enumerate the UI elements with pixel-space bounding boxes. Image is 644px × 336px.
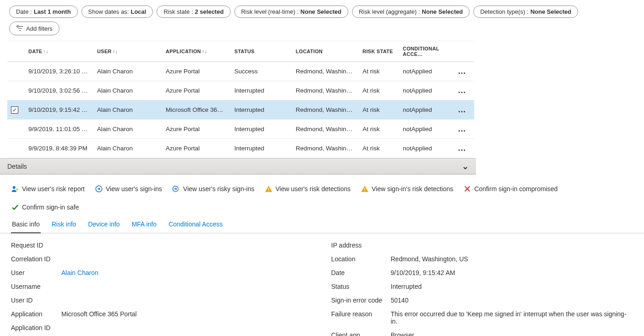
svg-rect-5 [268, 191, 269, 192]
row-more-button[interactable]: … [458, 143, 466, 153]
table-row[interactable]: ✓9/10/2019, 9:15:42 A…Alain CharonMicros… [7, 100, 474, 120]
risky-signin-icon [172, 185, 180, 193]
cell-location: Redmond, Washing… [292, 120, 359, 139]
detail-panel: Request ID Correlation ID UserAlain Char… [0, 233, 644, 336]
cell-location: Redmond, Washing… [292, 139, 359, 158]
cell-date: 9/9/2019, 11:01:05 PM [25, 120, 93, 139]
col-conditional-access[interactable]: Conditional Acce… [399, 41, 454, 62]
view-user-risk-detections-link[interactable]: View user's risk detections [265, 185, 351, 193]
warning-icon [361, 185, 369, 193]
cell-location: Redmond, Washing… [292, 62, 359, 81]
value-error-code: 50140 [391, 297, 409, 304]
row-checkbox[interactable]: ✓ [11, 106, 18, 114]
label-application-id: Application ID [11, 324, 61, 331]
cell-date: 9/10/2019, 3:02:56 P… [25, 81, 93, 100]
cell-risk: At risk [359, 81, 399, 100]
sort-icon: ↑↓ [113, 49, 118, 54]
table-row[interactable]: 9/10/2019, 3:02:56 P…Alain CharonAzure P… [7, 81, 474, 100]
label-location: Location [331, 255, 391, 263]
filter-plus-icon [16, 24, 24, 33]
detail-col-left: Request ID Correlation ID UserAlain Char… [11, 242, 313, 336]
col-user[interactable]: User↑↓ [93, 41, 162, 62]
value-status: Interrupted [391, 283, 422, 290]
value-client-app: Browser [391, 331, 414, 336]
filter-detection-type[interactable]: Detection type(s) : None Selected [473, 6, 578, 18]
label-request-id: Request ID [11, 242, 61, 249]
filter-show-dates[interactable]: Show dates as: Local [81, 6, 153, 18]
filter-risk-state[interactable]: Risk state : 2 selected [157, 6, 230, 18]
label-correlation-id: Correlation ID [11, 255, 61, 263]
tab-risk-info[interactable]: Risk info [51, 218, 77, 233]
cell-app: Azure Portal [162, 139, 231, 158]
filter-label: Detection type(s) : [480, 8, 529, 15]
sort-icon: ↑↓ [43, 49, 49, 54]
col-application[interactable]: Application↑↓ [162, 41, 231, 62]
filter-risk-aggregate[interactable]: Risk level (aggregate) : None Selected [352, 6, 470, 18]
cell-risk: At risk [359, 100, 399, 120]
label-application: Application [11, 310, 61, 318]
table-row[interactable]: 9/10/2019, 3:26:10 PMAlain CharonAzure P… [7, 62, 474, 81]
col-date[interactable]: Date↑↓ [25, 41, 93, 62]
tab-conditional-access[interactable]: Conditional Access [168, 218, 223, 233]
row-more-button[interactable]: … [458, 66, 466, 76]
filter-date[interactable]: Date : Last 1 month [9, 6, 78, 18]
label-date: Date [331, 269, 391, 276]
details-header-bar[interactable]: Details ⌄ [0, 158, 476, 175]
view-risky-signins-link[interactable]: View user's risky sign-ins [172, 185, 254, 193]
col-risk-state[interactable]: Risk State [359, 41, 399, 62]
signin-icon [95, 185, 103, 193]
cell-app: Azure Portal [162, 62, 231, 81]
cell-app: Azure Portal [162, 120, 231, 139]
cell-risk: At risk [359, 120, 399, 139]
cell-cond: notApplied [399, 100, 454, 120]
cell-status: Interrupted [231, 100, 292, 120]
value-user-link[interactable]: Alain Charon [61, 269, 98, 276]
table-row[interactable]: 9/9/2019, 11:01:05 PMAlain CharonAzure P… [7, 120, 474, 139]
confirm-safe-link[interactable]: Confirm sign-in safe [11, 203, 79, 211]
cell-cond: notApplied [399, 139, 454, 158]
filter-value: None Selected [422, 8, 463, 15]
view-risk-report-link[interactable]: View user's risk report [11, 185, 85, 193]
col-location[interactable]: Location [292, 41, 359, 62]
cell-status: Interrupted [231, 139, 292, 158]
tab-mfa-info[interactable]: MFA info [131, 218, 157, 233]
table-header-row: Date↑↓ User↑↓ Application↑↓ Status Locat… [7, 41, 474, 62]
row-more-button[interactable]: … [458, 124, 466, 133]
warning-icon [265, 185, 273, 193]
check-icon [11, 203, 19, 211]
row-more-button[interactable]: … [458, 105, 466, 114]
filter-value: None Selected [300, 8, 341, 15]
row-more-button[interactable]: … [458, 86, 466, 95]
filter-label: Date : [16, 8, 32, 15]
label-status: Status [331, 283, 391, 290]
tab-basic-info[interactable]: Basic info [11, 218, 41, 233]
cell-status: Success [231, 62, 292, 81]
filter-label: Show dates as: [88, 8, 129, 15]
signins-table: Date↑↓ User↑↓ Application↑↓ Status Locat… [7, 41, 474, 158]
tab-device-info[interactable]: Device info [87, 218, 120, 233]
filter-label: Risk level (real-time) : [241, 8, 299, 15]
value-location: Redmond, Washington, US [391, 255, 468, 263]
label-ip: IP address [331, 242, 391, 249]
confirm-compromised-link[interactable]: Confirm sign-in compromised [463, 185, 557, 193]
view-signin-risk-detections-link[interactable]: View sign-in's risk detections [361, 185, 453, 193]
cell-user: Alain Charon [93, 100, 162, 120]
value-application: Microsoft Office 365 Portal [61, 310, 137, 318]
table-row[interactable]: 9/9/2019, 8:48:39 PMAlain CharonAzure Po… [7, 139, 474, 158]
label-error-code: Sign-in error code [331, 297, 391, 304]
label-user-id: User ID [11, 297, 61, 304]
cell-location: Redmond, Washing… [292, 100, 359, 120]
add-filters-button[interactable]: Add filters [9, 22, 60, 35]
cell-app: Azure Portal [162, 81, 231, 100]
filter-risk-realtime[interactable]: Risk level (real-time) : None Selected [234, 6, 348, 18]
svg-rect-4 [268, 188, 269, 190]
details-tabs: Basic info Risk info Device info MFA inf… [0, 216, 644, 233]
cell-user: Alain Charon [93, 62, 162, 81]
label-failure-reason: Failure reason [331, 310, 391, 318]
col-status[interactable]: Status [231, 41, 292, 62]
add-filters-label: Add filters [26, 25, 53, 32]
cell-app: Microsoft Office 36… [162, 100, 231, 120]
view-signins-link[interactable]: View user's sign-ins [95, 185, 162, 193]
cell-risk: At risk [359, 139, 399, 158]
cell-location: Redmond, Washing… [292, 81, 359, 100]
